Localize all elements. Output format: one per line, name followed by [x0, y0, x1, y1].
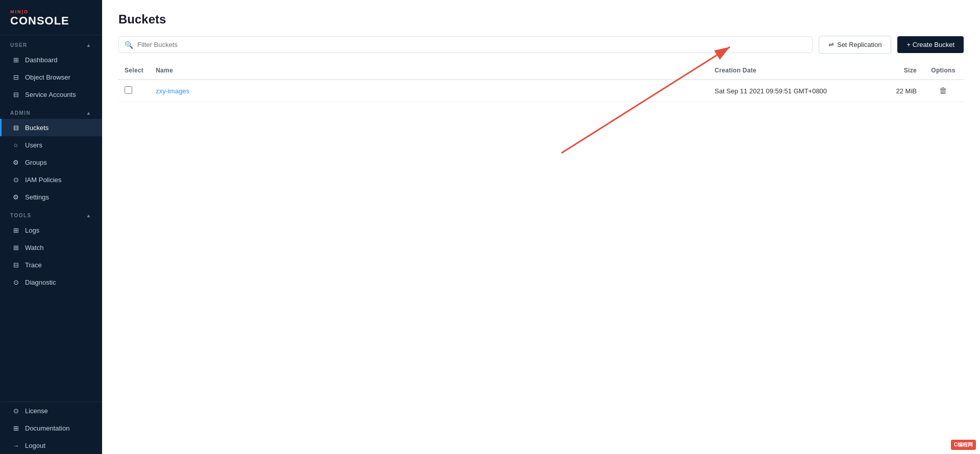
- search-icon: 🔍: [125, 41, 133, 49]
- user-section-chevron: ▲: [86, 42, 92, 48]
- logo-area: MIN|O CONSOLE: [0, 0, 102, 35]
- row-options-cell: 🗑: [923, 80, 964, 102]
- tools-section-label: TOOLS ▲: [0, 206, 102, 221]
- sidebar-item-settings[interactable]: ⚙ Settings: [0, 188, 102, 206]
- buckets-table: Select Name Creation Date Size Options z…: [118, 62, 964, 102]
- dashboard-icon: ⊞: [12, 56, 20, 64]
- page-title: Buckets: [118, 12, 964, 27]
- sidebar-item-documentation[interactable]: ⊞ Documentation: [0, 419, 102, 437]
- set-replication-button[interactable]: ⇌ Set Replication: [819, 36, 891, 54]
- sidebar-item-logs[interactable]: ⊞ Logs: [0, 221, 102, 239]
- col-header-select: Select: [118, 62, 150, 80]
- sidebar-item-diagnostic[interactable]: ⊙ Diagnostic: [0, 273, 102, 291]
- col-header-size: Size: [862, 62, 923, 80]
- set-replication-icon: ⇌: [828, 41, 834, 48]
- sidebar-item-label: Buckets: [25, 124, 48, 132]
- sidebar-item-label: Logs: [25, 226, 39, 234]
- users-icon: ○: [12, 141, 20, 149]
- admin-section-chevron: ▲: [86, 110, 92, 116]
- tools-section-chevron: ▲: [86, 213, 92, 218]
- delete-icon[interactable]: 🗑: [939, 86, 947, 95]
- sidebar-item-label: Watch: [25, 244, 43, 251]
- main-content: Buckets 🔍 ⇌ Set Replication + Create Buc…: [102, 0, 980, 454]
- page-header: Buckets: [102, 0, 980, 36]
- watch-icon: ⊞: [12, 243, 20, 251]
- col-header-creation: Creation Date: [708, 62, 862, 80]
- sidebar-item-iam-policies[interactable]: ⊙ IAM Policies: [0, 171, 102, 188]
- table-container: Select Name Creation Date Size Options z…: [102, 62, 980, 454]
- sidebar-item-watch[interactable]: ⊞ Watch: [0, 239, 102, 256]
- search-container: 🔍: [118, 36, 813, 53]
- sidebar-item-label: Object Browser: [25, 73, 70, 81]
- search-input[interactable]: [118, 36, 813, 53]
- sidebar-item-dashboard[interactable]: ⊞ Dashboard: [0, 51, 102, 68]
- service-accounts-icon: ⊟: [12, 90, 20, 98]
- logo-mini: MIN|O: [10, 9, 92, 14]
- sidebar-item-users[interactable]: ○ Users: [0, 136, 102, 154]
- watermark: C编程网: [951, 440, 976, 450]
- table-row: zxy-images Sat Sep 11 2021 09:59:51 GMT+…: [118, 80, 964, 102]
- license-icon: ⊙: [12, 407, 20, 415]
- sidebar-item-label: Diagnostic: [25, 279, 56, 286]
- settings-icon: ⚙: [12, 193, 20, 201]
- row-size-cell: 22 MiB: [862, 80, 923, 102]
- row-checkbox[interactable]: [125, 86, 132, 94]
- sidebar-item-logout[interactable]: → Logout: [0, 437, 102, 454]
- user-section-label: USER ▲: [0, 35, 102, 51]
- sidebar-item-object-browser[interactable]: ⊟ Object Browser: [0, 68, 102, 86]
- logo-console: CONSOLE: [10, 14, 92, 28]
- sidebar-item-label: Dashboard: [25, 56, 58, 64]
- documentation-icon: ⊞: [12, 424, 20, 432]
- sidebar-item-label: Service Accounts: [25, 91, 76, 98]
- col-header-name: Name: [150, 62, 708, 80]
- diagnostic-icon: ⊙: [12, 278, 20, 286]
- sidebar-item-label: Users: [25, 141, 42, 149]
- groups-icon: ⚙: [12, 158, 20, 166]
- sidebar-item-groups[interactable]: ⚙ Groups: [0, 154, 102, 171]
- row-creation-cell: Sat Sep 11 2021 09:59:51 GMT+0800: [708, 80, 862, 102]
- sidebar-bottom: ⊙ License ⊞ Documentation → Logout: [0, 401, 102, 454]
- create-bucket-button[interactable]: + Create Bucket: [897, 36, 964, 53]
- sidebar-item-service-accounts[interactable]: ⊟ Service Accounts: [0, 86, 102, 103]
- sidebar-item-label: IAM Policies: [25, 176, 62, 184]
- sidebar-item-label: Trace: [25, 261, 42, 269]
- table-header-row: Select Name Creation Date Size Options: [118, 62, 964, 80]
- sidebar-item-trace[interactable]: ⊟ Trace: [0, 256, 102, 273]
- row-select-cell: [118, 80, 150, 102]
- col-header-options: Options: [923, 62, 964, 80]
- iam-policies-icon: ⊙: [12, 175, 20, 184]
- admin-section-label: ADMIN ▲: [0, 103, 102, 119]
- object-browser-icon: ⊟: [12, 73, 20, 81]
- buckets-icon: ⊟: [12, 123, 20, 132]
- logout-icon: →: [12, 441, 20, 449]
- table-body: zxy-images Sat Sep 11 2021 09:59:51 GMT+…: [118, 80, 964, 102]
- sidebar-item-license[interactable]: ⊙ License: [0, 402, 102, 419]
- toolbar: 🔍 ⇌ Set Replication + Create Bucket: [102, 36, 980, 62]
- sidebar-item-label: Documentation: [25, 424, 69, 432]
- bucket-name-link[interactable]: zxy-images: [156, 87, 189, 95]
- sidebar-item-label: Logout: [25, 442, 45, 449]
- sidebar-item-label: License: [25, 407, 48, 415]
- logs-icon: ⊞: [12, 226, 20, 234]
- sidebar-item-label: Groups: [25, 159, 47, 166]
- sidebar-item-label: Settings: [25, 193, 49, 201]
- row-name-cell: zxy-images: [150, 80, 708, 102]
- sidebar-item-buckets[interactable]: ⊟ Buckets: [0, 119, 102, 136]
- sidebar: MIN|O CONSOLE USER ▲ ⊞ Dashboard ⊟ Objec…: [0, 0, 102, 454]
- trace-icon: ⊟: [12, 261, 20, 269]
